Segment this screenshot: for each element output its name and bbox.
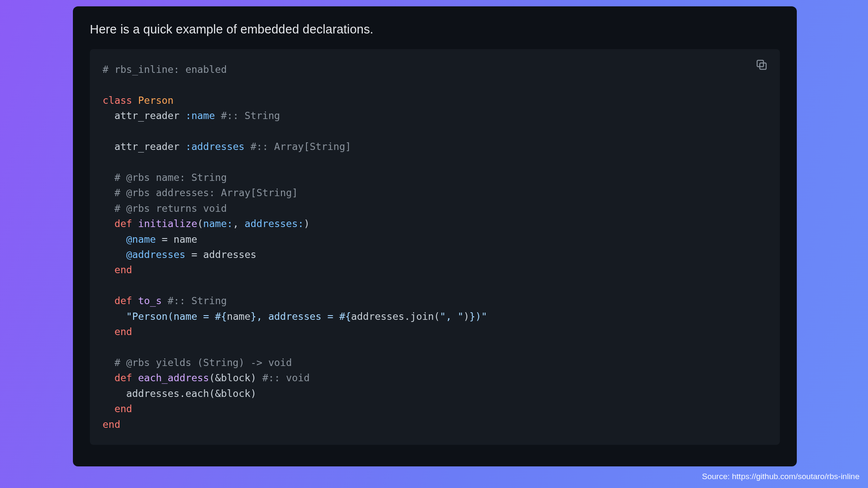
symbol-name: :name (185, 110, 215, 121)
kwarg-addresses: addresses: (245, 218, 304, 229)
symbol-addresses: :addresses (185, 141, 245, 152)
keyword-end: end (114, 326, 132, 337)
rbs-comment: # @rbs returns void (114, 202, 227, 214)
keyword-end: end (103, 419, 120, 430)
copy-button[interactable] (754, 58, 769, 72)
source-label: Source: https://github.com/soutaro/rbs-i… (702, 472, 860, 481)
code-block: # rbs_inline: enabled class Person attr_… (90, 49, 780, 445)
intro-text: Here is a quick example of embedded decl… (90, 22, 780, 36)
kwarg-name: name: (203, 218, 233, 229)
rbs-comment: # @rbs name: String (114, 172, 227, 183)
method-to-s: to_s (138, 295, 162, 306)
rbs-comment: # @rbs addresses: Array[String] (114, 187, 298, 198)
code-card: Here is a quick example of embedded decl… (73, 6, 797, 466)
keyword-class: class (103, 94, 132, 106)
code-line: # rbs_inline: enabled (103, 64, 227, 75)
code-content: # rbs_inline: enabled class Person attr_… (103, 62, 767, 432)
keyword-def: def (114, 295, 132, 306)
attr-reader: attr_reader (114, 110, 180, 121)
ivar-name: @name (126, 233, 156, 245)
method-initialize: initialize (138, 218, 198, 229)
code-line: addresses.each(&block) (126, 388, 256, 399)
attr-reader: attr_reader (114, 141, 180, 152)
type-comment: #:: String (221, 110, 280, 121)
type-comment: #:: void (262, 372, 310, 383)
string-literal: "Person(name = (126, 311, 215, 322)
keyword-end: end (114, 264, 132, 275)
keyword-def: def (114, 372, 132, 383)
type-comment: #:: Array[String] (250, 141, 351, 152)
type-comment: #:: String (168, 295, 227, 306)
ivar-addresses: @addresses (126, 249, 186, 260)
const-person: Person (138, 94, 174, 106)
keyword-end: end (114, 403, 132, 414)
copy-icon (755, 58, 768, 71)
method-each-address: each_address (138, 372, 209, 383)
keyword-def: def (114, 218, 132, 229)
rbs-comment: # @rbs yields (String) -> void (114, 357, 292, 368)
